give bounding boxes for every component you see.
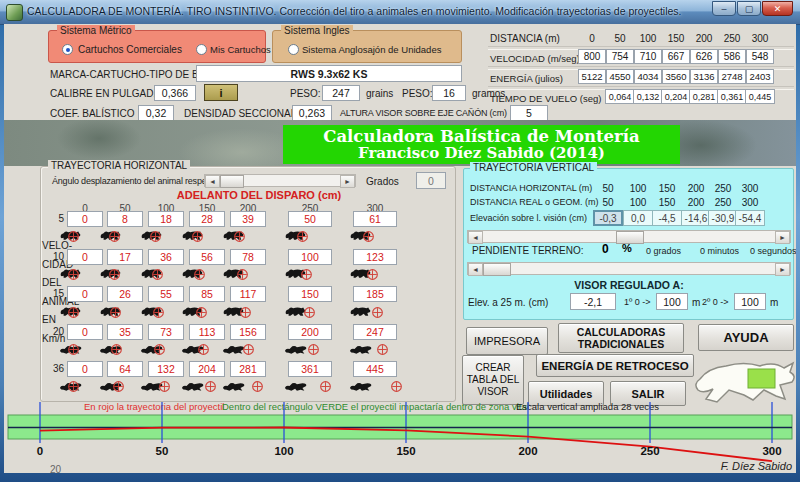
- window-title: CALCULADORA DE MONTERÍA. TIRO INSTINTIVO…: [27, 5, 682, 17]
- adelanto-value: 18: [160, 213, 172, 225]
- adelanto-value-box: 61: [353, 211, 397, 227]
- elev25-input[interactable]: -2,1: [570, 293, 616, 310]
- crosshair-icon: [307, 342, 320, 360]
- radio-cartuchos-comerciales[interactable]: [62, 44, 73, 55]
- zero2-label: 2º 0 ->: [702, 297, 729, 307]
- banner-title: Calculadora Balística de Montería: [323, 128, 639, 145]
- energia-value-box: 5122: [578, 69, 606, 84]
- trayectoria-horizontal-title: TRAYECTORIA HORIZONTAL: [48, 160, 190, 171]
- adelanto-value: 100: [301, 251, 319, 263]
- elevacion-value-box: -54,4: [735, 210, 765, 226]
- peso-gramos-input[interactable]: 16: [432, 85, 466, 101]
- angulo-slider[interactable]: ◄ ►: [204, 174, 356, 187]
- dist-horizontal-value: 100: [623, 183, 653, 194]
- zero1-input[interactable]: 100: [656, 293, 688, 310]
- ayuda-button[interactable]: AYUDA: [698, 324, 794, 351]
- slider-thumb[interactable]: [220, 175, 244, 188]
- adelanto-value: 204: [198, 363, 216, 375]
- pendiente-scrollbar[interactable]: ◄ ►: [467, 262, 791, 275]
- close-button[interactable]: ✕: [762, 1, 793, 16]
- hare-icon: [284, 342, 308, 360]
- crosshair-icon: [67, 229, 80, 247]
- crosshair-icon: [362, 229, 375, 247]
- energia-value-box: 4550: [606, 69, 634, 84]
- distance-header-value: 100: [633, 33, 663, 44]
- crosshair-icon: [242, 342, 255, 360]
- adelanto-value-box: 78: [230, 249, 266, 265]
- dist-real-value: 150: [652, 197, 682, 208]
- velocidad-value-box: 586: [718, 49, 746, 64]
- crosshair-icon: [371, 305, 384, 323]
- animal-lead-icon-cell: [349, 341, 425, 357]
- distance-header-value: 0: [577, 33, 607, 44]
- crosshair-icon: [67, 342, 80, 360]
- scrollbar-right-arrow[interactable]: ►: [775, 231, 790, 244]
- crosshair-icon: [149, 229, 162, 247]
- crosshair-icon: [195, 305, 208, 323]
- adelanto-value-box: 0: [67, 361, 103, 377]
- elevacion-value-box: -30,9: [708, 210, 738, 226]
- animal-speed-label: 15: [42, 288, 64, 299]
- hare-icon: [349, 379, 373, 397]
- crosshair-icon: [67, 305, 80, 323]
- energia-value-box: 4034: [634, 69, 662, 84]
- adelanto-value-box: 132: [148, 361, 184, 377]
- densidad-input[interactable]: 0,263: [292, 105, 332, 121]
- app-banner: Calculadora Balística de Montería Franci…: [283, 125, 680, 164]
- peso-grains-input[interactable]: 247: [322, 85, 360, 101]
- info-button[interactable]: i: [204, 84, 238, 101]
- minimize-button[interactable]: –: [712, 1, 736, 16]
- maximize-button[interactable]: ▢: [737, 1, 761, 16]
- energia-retroceso-button[interactable]: ENERGÍA DE RETROCESO: [536, 354, 694, 377]
- crosshair-icon: [300, 267, 313, 285]
- adelanto-value-box: 113: [189, 324, 225, 340]
- grados-input[interactable]: 0: [416, 172, 446, 189]
- animal-lead-icon-cell: [349, 378, 425, 394]
- coef-label: COEF. BALÍSTICO: [50, 108, 134, 119]
- pendiente-grados: 0 grados: [646, 246, 681, 256]
- coef-input[interactable]: 0,32: [138, 105, 174, 121]
- radio-cartuchos-comerciales-label: Cartuchos Comerciales: [78, 44, 182, 55]
- pendiente-value[interactable]: 0: [602, 242, 609, 256]
- marca-input[interactable]: RWS 9.3x62 KS: [196, 65, 462, 82]
- adelanto-value-box: 247: [353, 324, 397, 340]
- adelanto-value-box: 17: [107, 249, 143, 265]
- scrollbar-left-arrow[interactable]: ◄: [468, 231, 483, 244]
- impresora-button[interactable]: IMPRESORA: [466, 327, 548, 355]
- adelanto-value: 78: [242, 251, 254, 263]
- calibre-input[interactable]: 0,366: [154, 85, 196, 101]
- crosshair-icon: [390, 379, 403, 397]
- adelanto-value: 0: [82, 288, 88, 300]
- elevacion-value-box: -4,5: [652, 210, 682, 226]
- altura-visor-input[interactable]: 5: [510, 105, 548, 121]
- radio-mis-cartuchos[interactable]: [196, 44, 207, 55]
- scrollbar-thumb[interactable]: [483, 263, 511, 276]
- zero2-input[interactable]: 100: [734, 293, 766, 310]
- elevacion-value-box: -0,3: [593, 210, 623, 226]
- dist-real-label: DISTANCIA REAL o GEOM. (m): [470, 197, 599, 207]
- chart-signature: F. Díez Sabido: [694, 460, 792, 472]
- adelanto-value-box: 445: [353, 361, 397, 377]
- adelanto-value: 73: [160, 326, 172, 338]
- crosshair-icon: [151, 267, 164, 285]
- client-area: Sistema Métrico Cartuchos Comerciales Mi…: [4, 24, 796, 473]
- calculadoras-button[interactable]: CALCULADORAS TRADICIONALES: [558, 323, 684, 353]
- adelanto-value-box: 281: [230, 361, 266, 377]
- dist-horizontal-value: 200: [681, 183, 711, 194]
- scrollbar-left-arrow[interactable]: ◄: [468, 263, 483, 276]
- crosshair-icon: [191, 229, 204, 247]
- crosshair-icon: [112, 379, 125, 397]
- velocidad-value-box: 626: [690, 49, 718, 64]
- crosshair-icon: [251, 379, 264, 397]
- scrollbar-right-arrow[interactable]: ►: [775, 263, 790, 276]
- axis-extra-label: 20: [50, 464, 61, 473]
- slider-right-arrow[interactable]: ►: [340, 175, 355, 188]
- distance-header-value: 50: [605, 33, 635, 44]
- animal-speed-label: 36: [42, 363, 64, 374]
- radio-anglosajon[interactable]: [288, 44, 299, 55]
- slider-left-arrow[interactable]: ◄: [205, 175, 220, 188]
- crosshair-icon: [193, 267, 206, 285]
- crosshair-icon: [109, 305, 122, 323]
- dist-horizontal-value: 300: [735, 183, 765, 194]
- chart-x-label: 50: [147, 445, 177, 457]
